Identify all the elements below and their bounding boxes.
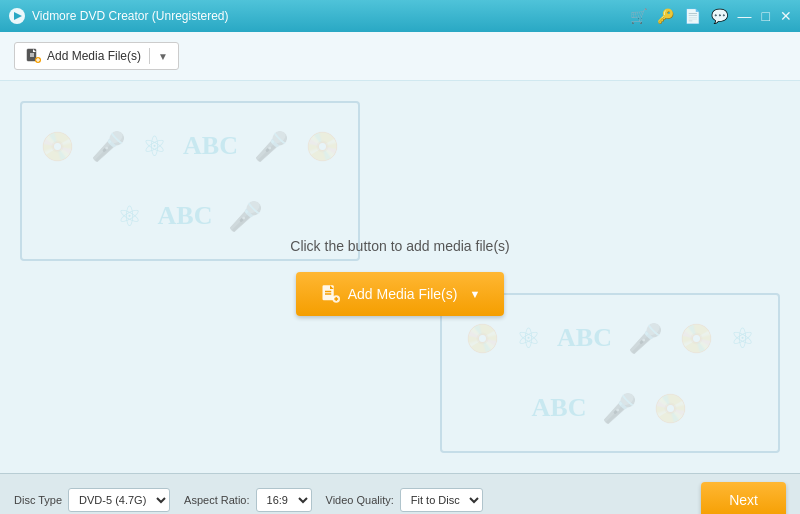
minimize-icon[interactable]: — [738, 8, 752, 24]
add-media-dropdown-arrow: ▼ [469, 288, 480, 300]
center-content: Click the button to add media file(s) Ad… [290, 238, 509, 316]
add-media-toolbar-label: Add Media File(s) [47, 49, 141, 63]
add-media-file-button-main[interactable]: Add Media File(s) ▼ [296, 272, 505, 316]
watermark-mic-icon: 🎤 [91, 130, 126, 163]
watermark-mic2-icon: 🎤 [254, 130, 289, 163]
video-quality-select[interactable]: Fit to Disc Low Medium High [400, 488, 483, 512]
maximize-icon[interactable]: □ [762, 8, 770, 24]
watermark-abc2-text: ABC [158, 201, 213, 231]
watermark-abc-text: ABC [183, 131, 238, 161]
bottom-controls: Disc Type DVD-5 (4.7G) DVD-9 (8.5G) Blu-… [14, 482, 786, 514]
prompt-text: Click the button to add media file(s) [290, 238, 509, 254]
add-file-icon [25, 48, 41, 64]
watermark-atom3-icon: ⚛ [516, 322, 541, 355]
watermark-disc2-icon: 📀 [305, 130, 340, 163]
titlebar-title: Vidmore DVD Creator (Unregistered) [32, 9, 229, 23]
aspect-ratio-group: Aspect Ratio: 16:9 4:3 [184, 488, 311, 512]
watermark-mic3-icon: 🎤 [228, 200, 263, 233]
key-icon[interactable]: 🔑 [657, 8, 674, 24]
main-content: 📀 🎤 ⚛ ABC 🎤 📀 ⚛ ABC 🎤 📀 ⚛ ABC 🎤 📀 ⚛ ABC … [0, 81, 800, 473]
watermark-atom2-icon: ⚛ [117, 200, 142, 233]
watermark-mic5-icon: 🎤 [602, 392, 637, 425]
bottom-bar: Disc Type DVD-5 (4.7G) DVD-9 (8.5G) Blu-… [0, 473, 800, 514]
button-divider [149, 48, 150, 64]
next-button[interactable]: Next [701, 482, 786, 514]
cart-icon[interactable]: 🛒 [630, 8, 647, 24]
watermark-panel-top: 📀 🎤 ⚛ ABC 🎤 📀 ⚛ ABC 🎤 [20, 101, 360, 261]
watermark-abc3-text: ABC [557, 323, 612, 353]
titlebar-left: Vidmore DVD Creator (Unregistered) [8, 7, 229, 25]
watermark-atom-icon: ⚛ [142, 130, 167, 163]
watermark-icons-bottom: 📀 ⚛ ABC 🎤 📀 ⚛ ABC 🎤 📀 [442, 295, 778, 451]
watermark-disc4-icon: 📀 [679, 322, 714, 355]
watermark-mic4-icon: 🎤 [628, 322, 663, 355]
add-media-main-label: Add Media File(s) [348, 286, 458, 302]
watermark-disc3-icon: 📀 [465, 322, 500, 355]
watermark-panel-bottom: 📀 ⚛ ABC 🎤 📀 ⚛ ABC 🎤 📀 [440, 293, 780, 453]
aspect-ratio-label: Aspect Ratio: [184, 494, 249, 506]
close-icon[interactable]: ✕ [780, 8, 792, 24]
aspect-ratio-select[interactable]: 16:9 4:3 [256, 488, 312, 512]
add-media-file-button-toolbar[interactable]: Add Media File(s) ▼ [14, 42, 179, 70]
disc-type-group: Disc Type DVD-5 (4.7G) DVD-9 (8.5G) Blu-… [14, 488, 170, 512]
dropdown-arrow-icon[interactable]: ▼ [158, 51, 168, 62]
file-icon[interactable]: 📄 [684, 8, 701, 24]
titlebar: Vidmore DVD Creator (Unregistered) 🛒 🔑 📄… [0, 0, 800, 32]
watermark-icons-top: 📀 🎤 ⚛ ABC 🎤 📀 ⚛ ABC 🎤 [22, 103, 358, 259]
disc-type-label: Disc Type [14, 494, 62, 506]
disc-type-select[interactable]: DVD-5 (4.7G) DVD-9 (8.5G) Blu-ray 25G Bl… [68, 488, 170, 512]
app-logo-icon [8, 7, 26, 25]
add-file-main-icon [320, 284, 340, 304]
titlebar-controls: 🛒 🔑 📄 💬 — □ ✕ [630, 8, 792, 24]
chat-icon[interactable]: 💬 [711, 8, 728, 24]
video-quality-label: Video Quality: [326, 494, 394, 506]
video-quality-group: Video Quality: Fit to Disc Low Medium Hi… [326, 488, 483, 512]
watermark-disc5-icon: 📀 [653, 392, 688, 425]
watermark-disc-icon: 📀 [40, 130, 75, 163]
toolbar: Add Media File(s) ▼ [0, 32, 800, 81]
watermark-abc4-text: ABC [532, 393, 587, 423]
watermark-atom4-icon: ⚛ [730, 322, 755, 355]
